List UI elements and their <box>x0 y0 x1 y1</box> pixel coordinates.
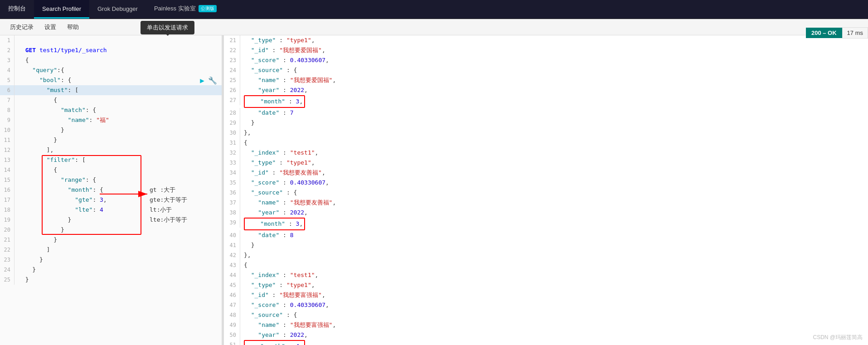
code-line-24[interactable]: 24 } <box>0 265 222 275</box>
line-number: 29 <box>226 118 240 128</box>
line-content: "_source" : { <box>242 188 868 198</box>
code-line-9[interactable]: 9 "name": "福" <box>0 115 222 125</box>
line-number: 14 <box>0 165 15 175</box>
code-line-19[interactable]: 19 } <box>0 215 222 225</box>
code-line-18[interactable]: 18 "lte": 4 <box>0 205 222 215</box>
right-code-line-23: 23 "_score" : 0.40330607, <box>226 55 868 65</box>
line-number: 9 <box>0 115 15 125</box>
nav-search-profiler[interactable]: Search Profiler <box>34 0 89 19</box>
line-content: "_id" : "我想要友善福", <box>242 168 868 178</box>
line-number: 2 <box>0 45 15 55</box>
code-line-12[interactable]: 12 ], <box>0 145 222 155</box>
left-panel[interactable]: 12 GET test1/type1/_search3 {4 "query":{… <box>0 35 222 345</box>
right-code-line-35: 35 "_score" : 0.40330607, <box>226 178 868 188</box>
sub-nav: 历史记录 设置 帮助 单击以发送请求 <box>0 19 868 35</box>
code-line-3[interactable]: 3 { <box>0 55 222 65</box>
line-content: "year" : 2022, <box>242 330 868 340</box>
nav-painless[interactable]: Painless 实验室 公测版 <box>146 0 225 19</box>
line-content: "gte": 3, <box>16 195 222 205</box>
line-number: 51 <box>226 340 240 345</box>
code-line-20[interactable]: 20 } <box>0 225 222 235</box>
code-line-4[interactable]: 4 "query":{ <box>0 65 222 75</box>
right-code-line-29: 29 } <box>226 118 868 128</box>
line-content: "month" : 4, <box>242 340 868 345</box>
line-content: ] <box>16 245 222 255</box>
code-line-22[interactable]: 22 ] <box>0 245 222 255</box>
sub-settings[interactable]: 设置 <box>39 19 62 35</box>
line-number: 1 <box>0 35 15 45</box>
run-icon[interactable]: ▶ <box>200 76 204 85</box>
code-line-17[interactable]: 17 "gte": 3, <box>0 195 222 205</box>
code-line-15[interactable]: 15 "range": { <box>0 175 222 185</box>
redbox-highlight: "month" : 3, <box>244 95 305 108</box>
code-line-1[interactable]: 1 <box>0 35 222 45</box>
right-code-line-26: 26 "year" : 2022, <box>226 85 868 95</box>
right-code-line-38: 38 "year" : 2022, <box>226 208 868 218</box>
line-content: { <box>242 260 868 270</box>
line-content: "match": { <box>16 105 222 115</box>
code-line-13[interactable]: 13 "filter": [ <box>0 155 222 165</box>
line-content: } <box>16 275 222 285</box>
code-line-25[interactable]: 25 } <box>0 275 222 285</box>
code-editor[interactable]: 12 GET test1/type1/_search3 {4 "query":{… <box>0 35 222 285</box>
right-code-line-45: 45 "_type" : "type1", <box>226 280 868 290</box>
line-content: "name" : "我想要友善福", <box>242 198 868 208</box>
line-content: "_index" : "test1", <box>242 270 868 280</box>
code-line-23[interactable]: 23 } <box>0 255 222 265</box>
redbox-highlight: "month" : 3, <box>244 218 305 230</box>
line-content: "_score" : 0.40330607, <box>242 55 868 65</box>
code-line-7[interactable]: 7 { <box>0 95 222 105</box>
line-number: 12 <box>0 145 15 155</box>
line-number: 47 <box>226 300 240 310</box>
line-content: "date" : 8 <box>242 230 868 240</box>
line-number: 41 <box>226 240 240 250</box>
line-content: { <box>16 165 222 175</box>
right-code-line-40: 40 "date" : 8 <box>226 230 868 240</box>
nav-console[interactable]: 控制台 <box>0 0 34 19</box>
code-line-16[interactable]: 16 "month": { <box>0 185 222 195</box>
line-content: } <box>16 225 222 235</box>
line-number: 43 <box>226 260 240 270</box>
line-content: "range": { <box>16 175 222 185</box>
line-number: 37 <box>226 198 240 208</box>
code-line-10[interactable]: 10 } <box>0 125 222 135</box>
code-line-8[interactable]: 8 "match": { <box>0 105 222 115</box>
line-number: 24 <box>0 265 15 275</box>
line-content: "year" : 2022, <box>242 85 868 95</box>
code-line-6[interactable]: 6 "must": [ <box>0 85 222 95</box>
line-number: 38 <box>226 208 240 218</box>
code-line-21[interactable]: 21 } <box>0 235 222 245</box>
redbox-highlight: "month" : 4, <box>244 340 305 345</box>
painless-badge: 公测版 <box>199 5 217 12</box>
right-code-line-39: 39 "month" : 3, <box>226 218 868 230</box>
line-content: "name" : "我想要富强福", <box>242 320 868 330</box>
sub-help[interactable]: 帮助 <box>62 19 84 35</box>
wrench-icon[interactable]: 🔧 <box>208 76 217 85</box>
right-code-line-46: 46 "_id" : "我想要富强福", <box>226 290 868 300</box>
line-content: } <box>16 215 222 225</box>
line-number: 25 <box>0 275 15 285</box>
nav-grok-debugger[interactable]: Grok Debugger <box>89 0 146 19</box>
line-number: 35 <box>226 178 240 188</box>
right-code-line-30: 30}, <box>226 128 868 138</box>
right-panel[interactable]: 21 "_type" : "type1",22 "_id" : "我想要爱国福"… <box>224 35 868 345</box>
code-line-2[interactable]: 2 GET test1/type1/_search <box>0 45 222 55</box>
status-bar: 200 – OK 17 ms <box>806 27 868 39</box>
line-number: 39 <box>226 218 240 228</box>
sub-history[interactable]: 历史记录 <box>5 19 39 35</box>
code-line-5[interactable]: 5 "bool": { <box>0 75 222 85</box>
right-code-line-28: 28 "date" : 7 <box>226 108 868 118</box>
line-content: } <box>16 135 222 145</box>
line-number: 8 <box>0 105 15 115</box>
line-number: 16 <box>0 185 15 195</box>
line-content: "lte": 4 <box>16 205 222 215</box>
code-line-11[interactable]: 11 } <box>0 135 222 145</box>
line-number: 48 <box>226 310 240 320</box>
line-number: 11 <box>0 135 15 145</box>
line-content: { <box>16 55 222 65</box>
code-line-14[interactable]: 14 { <box>0 165 222 175</box>
line-content: "_score" : 0.40330607, <box>242 300 868 310</box>
line-content: } <box>242 240 868 250</box>
right-code-line-36: 36 "_source" : { <box>226 188 868 198</box>
line-content: } <box>16 125 222 135</box>
